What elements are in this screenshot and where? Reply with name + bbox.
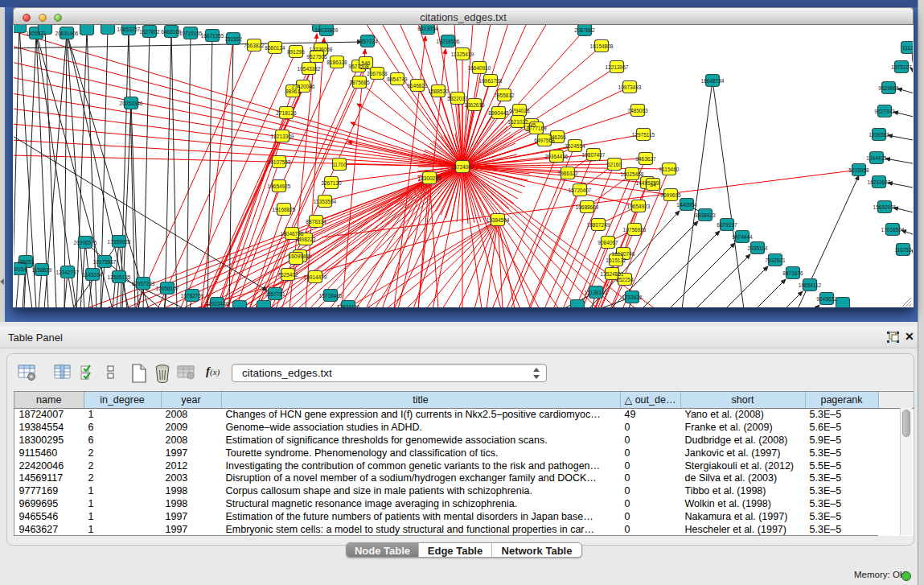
- svg-text:20691406: 20691406: [55, 31, 79, 36]
- svg-text:13524851: 13524851: [601, 271, 624, 277]
- svg-text:1209382: 1209382: [869, 132, 889, 138]
- svg-text:1156829: 1156829: [32, 267, 52, 273]
- svg-text:10973493: 10973493: [618, 84, 642, 90]
- svg-text:16046786: 16046786: [281, 231, 304, 237]
- svg-text:16154808: 16154808: [590, 43, 614, 49]
- svg-text:9146821: 9146821: [407, 83, 428, 89]
- svg-text:9115460: 9115460: [659, 167, 680, 172]
- svg-text:252254: 252254: [616, 277, 634, 282]
- svg-text:7357224: 7357224: [357, 39, 378, 44]
- svg-text:5322037: 5322037: [447, 96, 468, 101]
- svg-text:12975115: 12975115: [632, 132, 655, 138]
- svg-text:7955812: 7955812: [494, 93, 515, 98]
- svg-text:18724007: 18724007: [451, 164, 474, 170]
- svg-text:3267130: 3267130: [321, 180, 342, 186]
- svg-text:10756928: 10756928: [623, 227, 647, 233]
- svg-text:12923446: 12923446: [337, 304, 360, 308]
- svg-text:12213967: 12213967: [606, 64, 629, 70]
- svg-text:1440954: 1440954: [676, 202, 697, 208]
- svg-text:11325419: 11325419: [451, 51, 474, 57]
- svg-text:16210643: 16210643: [868, 179, 891, 185]
- svg-text:16782759: 16782759: [181, 293, 204, 299]
- svg-text:8454749: 8454749: [387, 76, 408, 82]
- svg-text:16914479: 16914479: [304, 274, 327, 280]
- svg-text:9245652: 9245652: [816, 296, 837, 302]
- svg-text:8660124: 8660124: [265, 45, 285, 51]
- svg-text:8471676: 8471676: [782, 270, 803, 276]
- svg-text:19384554: 19384554: [487, 217, 510, 223]
- svg-text:12923446: 12923446: [206, 301, 229, 307]
- svg-text:8186328: 8186328: [326, 60, 347, 65]
- svg-text:9227342: 9227342: [874, 109, 895, 114]
- svg-text:18807249: 18807249: [587, 222, 610, 228]
- svg-text:15692931: 15692931: [873, 204, 897, 210]
- svg-text:12226058: 12226058: [310, 47, 333, 52]
- svg-text:2718126: 2718126: [276, 110, 297, 116]
- svg-text:10958107: 10958107: [156, 286, 179, 291]
- svg-text:7632621: 7632621: [765, 257, 786, 263]
- svg-text:11700: 11700: [332, 162, 347, 167]
- svg-text:10025458: 10025458: [621, 171, 644, 177]
- svg-text:10543382: 10543382: [298, 66, 321, 72]
- svg-text:1362615: 1362615: [464, 102, 485, 108]
- svg-text:1244415: 1244415: [866, 155, 887, 161]
- svg-text:9084067: 9084067: [598, 240, 618, 245]
- svg-text:39154: 39154: [14, 266, 27, 272]
- svg-text:2367608: 2367608: [367, 71, 388, 76]
- svg-text:3624554: 3624554: [565, 143, 585, 149]
- svg-text:16961758: 16961758: [479, 78, 503, 84]
- svg-text:5215958: 5215958: [848, 167, 869, 173]
- svg-text:19654925: 19654925: [268, 183, 291, 189]
- svg-text:17957223: 17957223: [132, 281, 155, 286]
- svg-text:12342737: 12342737: [56, 270, 80, 275]
- svg-text:9463627: 9463627: [635, 156, 656, 162]
- svg-text:16120746: 16120746: [612, 251, 635, 257]
- svg-text:7663822: 7663822: [244, 43, 265, 48]
- svg-text:9474444: 9474444: [732, 234, 753, 240]
- svg-text:10975867: 10975867: [93, 259, 117, 265]
- svg-text:15720407: 15720407: [569, 187, 592, 193]
- svg-text:1145194: 1145194: [83, 272, 103, 278]
- svg-text:7485063: 7485063: [627, 108, 648, 113]
- svg-text:3498222: 3498222: [295, 237, 316, 242]
- svg-text:16099489: 16099489: [289, 253, 312, 259]
- svg-text:8813054: 8813054: [417, 26, 438, 31]
- svg-text:19218506: 19218506: [437, 39, 460, 44]
- svg-text:20364436: 20364436: [545, 154, 569, 159]
- svg-text:1527602: 1527602: [139, 29, 160, 35]
- svg-text:8990448: 8990448: [488, 110, 509, 116]
- svg-text:751552: 751552: [224, 36, 242, 42]
- svg-text:10853257: 10853257: [117, 27, 141, 32]
- svg-text:2935114: 2935114: [748, 245, 768, 251]
- svg-text:1112: 1112: [902, 45, 913, 51]
- svg-text:84: 84: [650, 182, 656, 187]
- svg-text:1733426: 1733426: [622, 295, 643, 300]
- svg-text:9777169: 9777169: [526, 126, 547, 131]
- svg-text:9529966: 9529966: [878, 85, 899, 91]
- svg-text:10107553: 10107553: [268, 159, 291, 165]
- svg-text:18300295: 18300295: [418, 175, 441, 181]
- svg-text:9657791: 9657791: [265, 291, 285, 297]
- svg-text:2087682: 2087682: [574, 27, 595, 33]
- svg-text:15136141: 15136141: [585, 290, 608, 295]
- svg-text:17016504: 17016504: [881, 227, 905, 233]
- svg-text:1615132: 1615132: [606, 257, 626, 263]
- svg-text:16671355: 16671355: [201, 33, 224, 39]
- svg-text:12213369: 12213369: [271, 134, 294, 139]
- svg-text:1575107: 1575107: [891, 64, 912, 70]
- svg-text:19166825: 19166825: [273, 207, 296, 212]
- svg-text:9699695: 9699695: [660, 192, 681, 198]
- svg-text:17359928: 17359928: [108, 239, 131, 245]
- svg-text:10719155: 10719155: [179, 31, 203, 36]
- svg-text:6497568: 6497568: [534, 138, 555, 143]
- svg-text:891295: 891295: [287, 49, 305, 55]
- svg-text:12505135: 12505135: [108, 274, 131, 280]
- svg-text:15716485: 15716485: [319, 293, 343, 299]
- svg-text:546: 546: [362, 60, 371, 66]
- svg-text:20053346: 20053346: [120, 101, 143, 106]
- svg-text:3875685: 3875685: [349, 80, 370, 85]
- svg-text:7625402: 7625402: [277, 272, 298, 278]
- svg-text:1588520: 1588520: [428, 89, 449, 94]
- svg-text:1405571: 1405571: [26, 31, 47, 36]
- svg-text:10654112: 10654112: [799, 282, 822, 288]
